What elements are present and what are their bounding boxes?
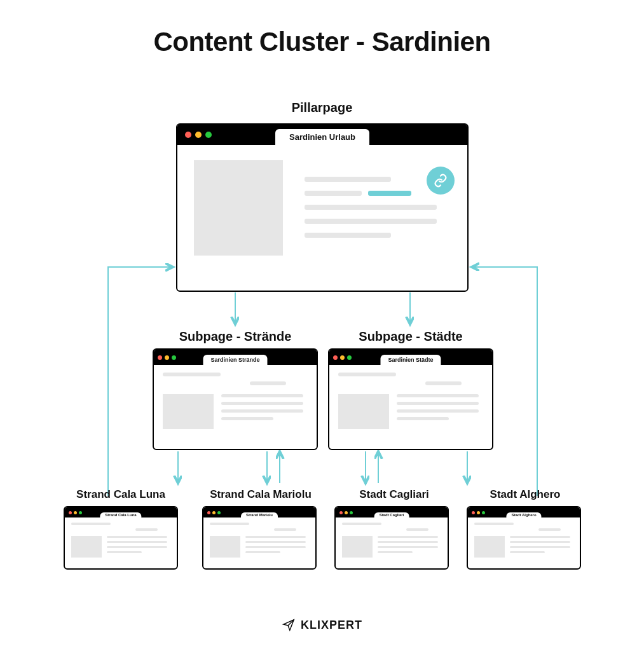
placeholder-text <box>378 536 441 558</box>
detail-label-cala-mariolu: Strand Cala Mariolu <box>197 488 324 501</box>
browser-tab: Stadt Cagliari <box>374 512 409 517</box>
placeholder-text <box>342 523 441 534</box>
placeholder-row <box>342 536 441 558</box>
placeholder-row <box>474 536 573 558</box>
browser-header: Strand Cala Luna <box>65 507 177 517</box>
minimize-icon <box>165 355 169 360</box>
placeholder-text <box>221 394 308 429</box>
close-icon <box>158 355 162 360</box>
browser-tab: Sardinien Strände <box>203 355 267 365</box>
detail-browser-cala-luna: Strand Cala Luna <box>64 506 178 570</box>
detail-label-cagliari: Stadt Cagliari <box>337 488 451 501</box>
maximize-icon <box>172 355 176 360</box>
subpage-browser-straende: Sardinien Strände <box>153 348 318 450</box>
browser-header: Stadt Cagliari <box>336 507 448 517</box>
subpage-browser-staedte: Sardinien Städte <box>328 348 493 450</box>
page-title: Content Cluster - Sardinien <box>0 27 644 57</box>
minimize-icon <box>340 355 345 360</box>
placeholder-row <box>71 536 170 558</box>
pillar-browser: Sardinien Urlaub <box>176 123 469 292</box>
placeholder-image <box>342 536 373 558</box>
window-controls <box>69 511 82 514</box>
window-controls <box>339 511 353 514</box>
placeholder-text <box>163 373 308 390</box>
window-controls <box>207 511 221 514</box>
detail-label-alghero: Stadt Alghero <box>468 488 582 501</box>
maximize-icon <box>482 511 485 514</box>
window-controls <box>472 511 485 514</box>
maximize-icon <box>350 511 353 514</box>
close-icon <box>472 511 475 514</box>
subpage-label-staedte: Subpage - Städte <box>328 329 493 344</box>
placeholder-text <box>210 523 309 534</box>
maximize-icon <box>347 355 352 360</box>
browser-tab: Sardinien Städte <box>380 355 441 365</box>
maximize-icon <box>79 511 82 514</box>
placeholder-text <box>338 373 483 390</box>
placeholder-row <box>163 394 308 429</box>
placeholder-row <box>210 536 309 558</box>
browser-tab: Stadt Alghero <box>506 512 541 517</box>
minimize-icon <box>74 511 77 514</box>
subpage-label-straende: Subpage - Strände <box>153 329 318 344</box>
placeholder-image <box>474 536 505 558</box>
brand-footer: KLIXPERT <box>0 618 644 632</box>
browser-header: Strand Mariolu <box>203 507 315 517</box>
placeholder-text <box>397 394 483 429</box>
browser-tab: Sardinien Urlaub <box>275 129 369 145</box>
link-icon <box>427 167 455 195</box>
placeholder-image <box>210 536 240 558</box>
placeholder-text <box>245 536 309 558</box>
close-icon <box>69 511 72 514</box>
maximize-icon <box>205 132 212 138</box>
window-controls <box>333 355 352 360</box>
browser-header: Sardinien Strände <box>154 350 317 365</box>
placeholder-row <box>338 394 483 429</box>
placeholder-image <box>194 160 283 256</box>
placeholder-text <box>107 536 170 558</box>
browser-tab: Strand Mariolu <box>241 512 278 517</box>
maximize-icon <box>217 511 221 514</box>
brand-name: KLIXPERT <box>301 619 362 632</box>
window-controls <box>181 132 212 138</box>
placeholder-image <box>163 394 214 429</box>
detail-browser-alghero: Stadt Alghero <box>467 506 581 570</box>
browser-body <box>65 517 177 568</box>
detail-browser-cala-mariolu: Strand Mariolu <box>202 506 317 570</box>
minimize-icon <box>345 511 348 514</box>
browser-body <box>203 517 315 568</box>
paper-plane-icon <box>282 618 296 632</box>
close-icon <box>207 511 210 514</box>
window-controls <box>158 355 176 360</box>
browser-body <box>177 145 467 291</box>
placeholder-text <box>71 523 170 534</box>
close-icon <box>339 511 343 514</box>
browser-header: Sardinien Städte <box>329 350 492 365</box>
minimize-icon <box>477 511 480 514</box>
close-icon <box>333 355 338 360</box>
placeholder-image <box>71 536 102 558</box>
browser-header: Sardinien Urlaub <box>177 125 467 145</box>
browser-header: Stadt Alghero <box>468 507 580 517</box>
placeholder-image <box>338 394 389 429</box>
detail-browser-cagliari: Stadt Cagliari <box>334 506 449 570</box>
browser-body <box>329 365 492 449</box>
browser-body <box>468 517 580 568</box>
placeholder-text <box>510 536 573 558</box>
placeholder-text <box>305 177 448 247</box>
browser-body <box>154 365 317 449</box>
browser-tab: Strand Cala Luna <box>100 512 141 517</box>
browser-body <box>336 517 448 568</box>
minimize-icon <box>195 132 202 138</box>
detail-label-cala-luna: Strand Cala Luna <box>64 488 178 501</box>
placeholder-text <box>474 523 573 534</box>
minimize-icon <box>212 511 216 514</box>
pillar-label: Pillarpage <box>0 100 644 115</box>
close-icon <box>185 132 191 138</box>
